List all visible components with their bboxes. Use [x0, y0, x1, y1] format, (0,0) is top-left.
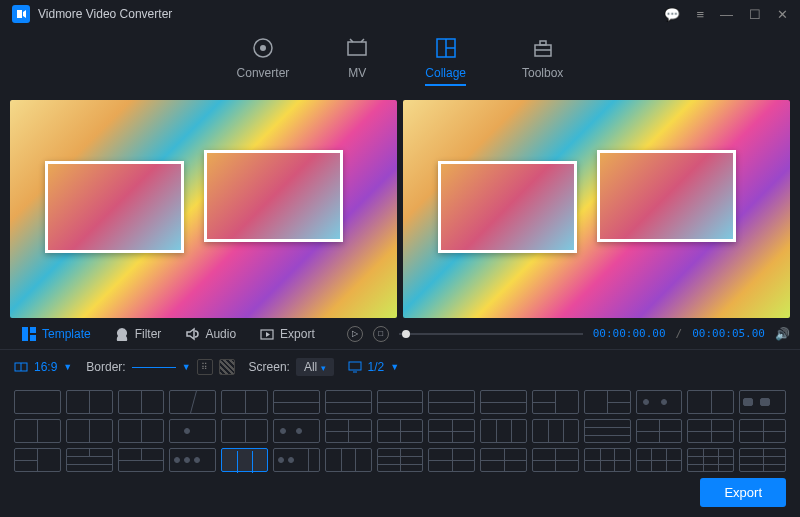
- template-item[interactable]: [169, 419, 216, 443]
- template-item[interactable]: [584, 419, 631, 443]
- template-item[interactable]: [325, 419, 372, 443]
- time-current: 00:00:00.00: [593, 327, 666, 340]
- template-item[interactable]: [169, 448, 216, 472]
- template-item[interactable]: [480, 390, 527, 414]
- close-icon[interactable]: ✕: [777, 7, 788, 22]
- preview-pane: [403, 100, 790, 318]
- preview-slot-1: [438, 161, 577, 253]
- footer: Export: [700, 478, 786, 507]
- playback-bar: ▷ □ 00:00:00.00 / 00:00:05.00 🔊: [327, 326, 790, 342]
- template-item[interactable]: [273, 390, 320, 414]
- template-item[interactable]: [739, 419, 786, 443]
- seek-track[interactable]: [399, 333, 583, 335]
- export-button[interactable]: Export: [700, 478, 786, 507]
- template-item[interactable]: [169, 390, 216, 414]
- tab-collage[interactable]: Collage: [425, 36, 466, 86]
- template-item[interactable]: [118, 390, 165, 414]
- chevron-down-icon: ▼: [63, 362, 72, 372]
- feedback-icon[interactable]: 💬: [664, 7, 680, 22]
- template-item[interactable]: [428, 419, 475, 443]
- template-item[interactable]: [118, 419, 165, 443]
- tab-toolbox[interactable]: Toolbox: [522, 36, 563, 86]
- template-item[interactable]: [14, 390, 61, 414]
- border-style[interactable]: [132, 367, 176, 368]
- collage-slot-2[interactable]: [204, 150, 343, 242]
- aspect-selector[interactable]: 16:9 ▼: [14, 360, 72, 374]
- template-item[interactable]: [428, 448, 475, 472]
- template-item[interactable]: [428, 390, 475, 414]
- template-item[interactable]: [636, 390, 683, 414]
- template-item[interactable]: [325, 448, 372, 472]
- template-item[interactable]: [739, 448, 786, 472]
- converter-icon: [251, 36, 275, 60]
- template-item[interactable]: [14, 448, 61, 472]
- template-item-selected[interactable]: [221, 448, 268, 472]
- template-item[interactable]: [66, 419, 113, 443]
- svg-rect-2: [348, 42, 366, 55]
- subtab-export[interactable]: Export: [248, 323, 327, 345]
- template-item[interactable]: [739, 390, 786, 414]
- volume-icon[interactable]: 🔊: [775, 327, 790, 341]
- template-item[interactable]: [532, 448, 579, 472]
- template-item[interactable]: [377, 448, 424, 472]
- border-pattern-button[interactable]: [219, 359, 235, 375]
- seek-knob[interactable]: [402, 330, 410, 338]
- template-item[interactable]: [687, 448, 734, 472]
- chevron-down-icon[interactable]: ▼: [182, 362, 191, 372]
- template-item[interactable]: [636, 419, 683, 443]
- template-item[interactable]: [14, 419, 61, 443]
- svg-rect-15: [349, 362, 361, 370]
- main-tabs: Converter MV Collage Toolbox: [0, 28, 800, 100]
- collage-icon: [434, 36, 458, 60]
- minimize-icon[interactable]: —: [720, 7, 733, 22]
- template-item[interactable]: [66, 448, 113, 472]
- template-item[interactable]: [325, 390, 372, 414]
- template-item[interactable]: [636, 448, 683, 472]
- template-item[interactable]: [377, 390, 424, 414]
- subtab-audio[interactable]: Audio: [173, 323, 248, 345]
- template-item[interactable]: [273, 419, 320, 443]
- template-item[interactable]: [118, 448, 165, 472]
- monitor-icon: [348, 360, 362, 374]
- toolbox-icon: [531, 36, 555, 60]
- menu-icon[interactable]: ≡: [696, 7, 704, 22]
- template-item[interactable]: [273, 448, 320, 472]
- subtab-template[interactable]: Template: [10, 323, 103, 345]
- aspect-icon: [14, 360, 28, 374]
- template-item[interactable]: [480, 448, 527, 472]
- subtab-filter[interactable]: Filter: [103, 323, 174, 345]
- screen-label: Screen:: [249, 360, 290, 374]
- preview-area: [0, 100, 800, 318]
- template-item[interactable]: [584, 390, 631, 414]
- export-icon: [260, 327, 274, 341]
- svg-rect-7: [540, 41, 546, 45]
- template-item[interactable]: [377, 419, 424, 443]
- collage-editor-pane[interactable]: [10, 100, 397, 318]
- template-icon: [22, 327, 36, 341]
- border-color-button[interactable]: ⠿: [197, 359, 213, 375]
- time-total: 00:00:05.00: [692, 327, 765, 340]
- chevron-down-icon: ▼: [390, 362, 399, 372]
- template-item[interactable]: [480, 419, 527, 443]
- tab-mv[interactable]: MV: [345, 36, 369, 86]
- stop-button[interactable]: □: [373, 326, 389, 342]
- title-bar: Vidmore Video Converter 💬 ≡ — ☐ ✕: [0, 0, 800, 28]
- template-item[interactable]: [66, 390, 113, 414]
- svg-rect-9: [22, 327, 28, 341]
- template-grid: [0, 384, 800, 478]
- maximize-icon[interactable]: ☐: [749, 7, 761, 22]
- zoom-selector[interactable]: 1/2 ▼: [348, 360, 400, 374]
- svg-rect-10: [30, 327, 36, 333]
- template-item[interactable]: [221, 390, 268, 414]
- template-item[interactable]: [687, 390, 734, 414]
- template-item[interactable]: [532, 390, 579, 414]
- collage-slot-1[interactable]: [45, 161, 184, 253]
- template-item[interactable]: [221, 419, 268, 443]
- template-item[interactable]: [584, 448, 631, 472]
- play-button[interactable]: ▷: [347, 326, 363, 342]
- template-item[interactable]: [687, 419, 734, 443]
- filter-icon: [115, 327, 129, 341]
- screen-select[interactable]: All ▾: [296, 358, 334, 376]
- tab-converter[interactable]: Converter: [237, 36, 290, 86]
- template-item[interactable]: [532, 419, 579, 443]
